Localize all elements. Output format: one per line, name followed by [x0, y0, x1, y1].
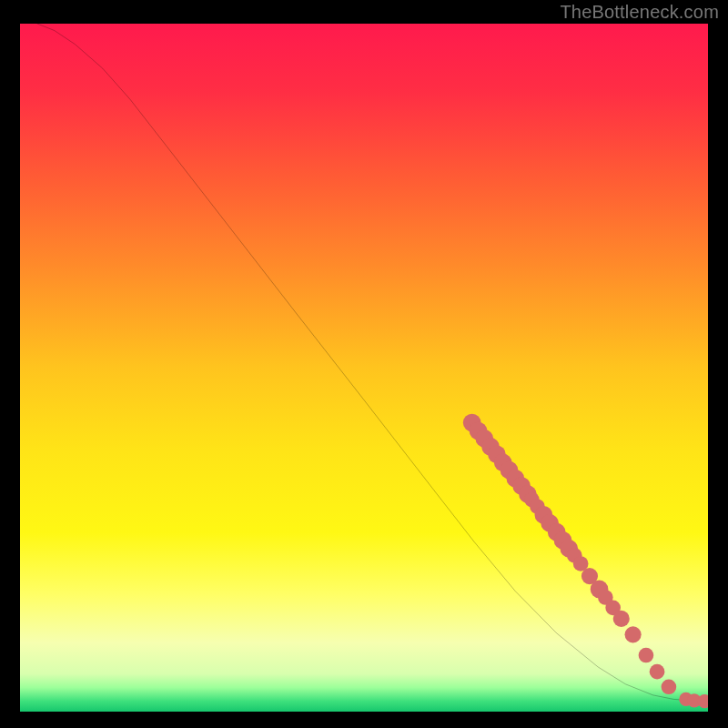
chart-stage: TheBottleneck.com [0, 0, 728, 728]
data-marker [650, 664, 665, 680]
chart-plot [20, 24, 708, 712]
data-marker [639, 648, 654, 663]
data-marker [662, 679, 677, 694]
watermark-text: TheBottleneck.com [560, 2, 719, 23]
data-marker [613, 611, 630, 627]
data-marker [625, 626, 642, 642]
gradient-background [20, 24, 708, 712]
